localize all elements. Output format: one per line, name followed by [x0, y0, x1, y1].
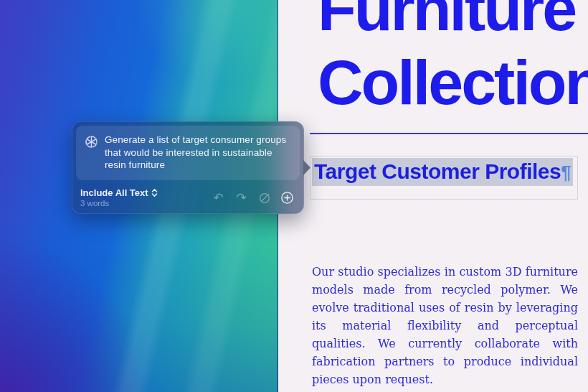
heading-text-box[interactable]: Target Customer Profiles¶ [310, 156, 578, 200]
document-title-line1: Furniture [318, 0, 588, 45]
scope-dropdown[interactable]: Include All Text [80, 188, 158, 197]
openai-logo-icon [84, 134, 99, 149]
add-button[interactable] [280, 191, 294, 205]
undo-button[interactable]: ↶ [212, 191, 225, 205]
writing-tools-popup: Generate a list of target consumer group… [72, 121, 304, 214]
retry-button[interactable] [257, 191, 271, 205]
body-paragraph[interactable]: Our studio specializes in custom 3D furn… [312, 263, 578, 388]
undo-icon: ↶ [213, 192, 223, 204]
text-selection-highlight[interactable]: Target Customer Profiles¶ [312, 158, 573, 186]
popup-toolbar: Include All Text 3 words ↶ ↷ [72, 183, 304, 214]
retry-slash-icon [258, 192, 271, 205]
pilcrow-mark: ¶ [561, 162, 571, 183]
section-heading: Target Customer Profiles [314, 159, 561, 183]
chevrons-up-down-icon [151, 188, 158, 197]
word-count: 3 words [80, 200, 158, 208]
document-page: Furniture Collection Target Customer Pro… [278, 0, 588, 392]
prompt-message: Generate a list of target consumer group… [105, 134, 288, 172]
prompt-bubble: Generate a list of target consumer group… [76, 126, 300, 180]
scope-label: Include All Text [80, 188, 148, 197]
document-title[interactable]: Furniture Collection [318, 0, 588, 119]
redo-icon: ↷ [236, 192, 246, 204]
document-title-line2: Collection [318, 45, 588, 119]
add-icon [280, 191, 294, 205]
section-divider [310, 133, 588, 134]
redo-button[interactable]: ↷ [234, 191, 248, 205]
